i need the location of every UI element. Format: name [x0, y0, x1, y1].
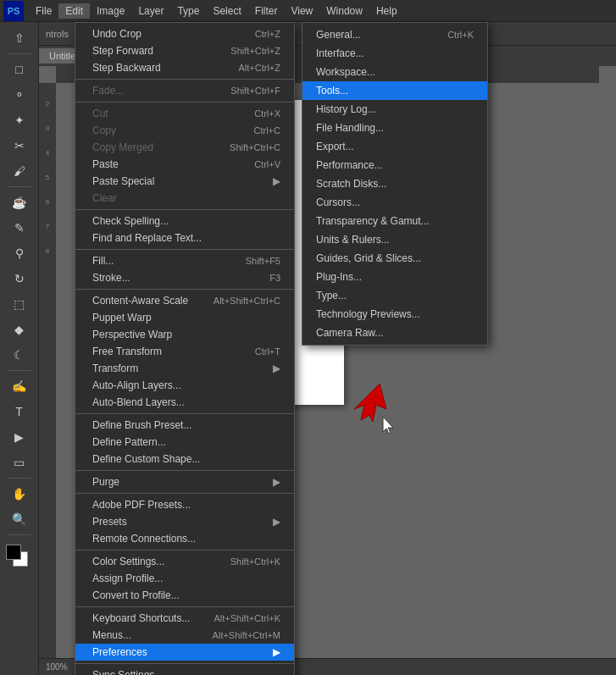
- path-select-tool[interactable]: ▶: [8, 425, 31, 449]
- pref-interface[interactable]: Interface...: [302, 44, 487, 63]
- menu-free-transform[interactable]: Free Transform Ctrl+T: [75, 343, 294, 360]
- marquee-tool[interactable]: □: [8, 58, 31, 81]
- menu-stroke[interactable]: Stroke... F3: [75, 269, 294, 286]
- left-toolbar: ⇧ □ ⚬ ✦ ✂ 🖌 ☕ ✎ ⚲ ↻ ⬚ ◆ ☾ ✍ T ▶ ▭ ✋ 🔍: [0, 22, 39, 675]
- menu-keyboard-shortcuts[interactable]: Keyboard Shortcuts... Alt+Shift+Ctrl+K: [75, 610, 294, 627]
- menu-content-aware-scale[interactable]: Content-Aware Scale Alt+Shift+Ctrl+C: [75, 292, 294, 309]
- crop-tool[interactable]: ✂: [8, 134, 31, 158]
- edit-menu-dropdown: Undo Crop Ctrl+Z Step Forward Shift+Ctrl…: [75, 22, 295, 675]
- dodge-tool[interactable]: ☾: [8, 343, 31, 367]
- tool-sep-5: [8, 534, 31, 535]
- menu-assign-profile[interactable]: Assign Profile...: [75, 570, 294, 587]
- menu-pdf-presets[interactable]: Adobe PDF Presets...: [75, 496, 294, 513]
- menu-edit[interactable]: Edit: [58, 3, 90, 19]
- eraser-tool[interactable]: ⬚: [8, 292, 31, 316]
- menu-step-forward[interactable]: Step Forward Shift+Ctrl+Z: [75, 42, 294, 59]
- menu-paste[interactable]: Paste Ctrl+V: [75, 156, 294, 173]
- menu-auto-blend[interactable]: Auto-Blend Layers...: [75, 394, 294, 411]
- menu-copy[interactable]: Copy Ctrl+C: [75, 122, 294, 139]
- menu-sync-settings[interactable]: Sync Settings: [75, 667, 294, 675]
- clone-stamp-tool[interactable]: ⚲: [8, 241, 31, 265]
- pref-cursors[interactable]: Cursors...: [302, 193, 487, 212]
- menu-define-pattern[interactable]: Define Pattern...: [75, 434, 294, 451]
- preferences-submenu: General... Ctrl+K Interface... Workspace…: [302, 22, 488, 346]
- menu-filter[interactable]: Filter: [248, 3, 285, 19]
- menu-puppet-warp[interactable]: Puppet Warp: [75, 309, 294, 326]
- sep-7: [75, 470, 294, 471]
- sep-6: [75, 413, 294, 414]
- menubar: PS File Edit Image Layer Type Select Fil…: [0, 0, 616, 22]
- tool-sep-1: [8, 53, 31, 54]
- sep-10: [75, 606, 294, 607]
- menu-layer[interactable]: Layer: [131, 3, 170, 19]
- pref-file-handling[interactable]: File Handling...: [302, 119, 487, 137]
- pref-type[interactable]: Type...: [302, 286, 487, 305]
- pref-export[interactable]: Export...: [302, 137, 487, 156]
- options-bar-label: ntrols: [46, 29, 69, 39]
- sep-2: [75, 102, 294, 102]
- foreground-color[interactable]: [6, 545, 21, 560]
- menu-remote-connections[interactable]: Remote Connections...: [75, 530, 294, 547]
- menu-define-custom-shape[interactable]: Define Custom Shape...: [75, 451, 294, 468]
- pref-guides-grid[interactable]: Guides, Grid & Slices...: [302, 249, 487, 268]
- menu-fill[interactable]: Fill... Shift+F5: [75, 252, 294, 269]
- pref-plug-ins[interactable]: Plug-Ins...: [302, 268, 487, 286]
- menu-paste-special[interactable]: Paste Special ▶: [75, 173, 294, 190]
- pref-tools[interactable]: Tools...: [302, 81, 487, 100]
- menu-color-settings[interactable]: Color Settings... Shift+Ctrl+K: [75, 553, 294, 570]
- lasso-tool[interactable]: ⚬: [8, 83, 31, 107]
- gradient-tool[interactable]: ◆: [8, 318, 31, 341]
- menu-menus[interactable]: Menus... Alt+Shift+Ctrl+M: [75, 627, 294, 644]
- menu-define-brush[interactable]: Define Brush Preset...: [75, 417, 294, 434]
- quick-select-tool[interactable]: ✦: [8, 108, 31, 132]
- shape-tool[interactable]: ▭: [8, 451, 31, 474]
- pref-history-log[interactable]: History Log...: [302, 100, 487, 119]
- menu-undo-crop[interactable]: Undo Crop Ctrl+Z: [75, 25, 294, 42]
- menu-fade[interactable]: Fade... Shift+Ctrl+F: [75, 82, 294, 99]
- menu-image[interactable]: Image: [90, 3, 131, 19]
- pref-performance[interactable]: Performance...: [302, 156, 487, 174]
- sep-5: [75, 289, 294, 290]
- pref-scratch-disks[interactable]: Scratch Disks...: [302, 174, 487, 193]
- menu-view[interactable]: View: [284, 3, 319, 19]
- menu-window[interactable]: Window: [319, 3, 369, 19]
- menu-perspective-warp[interactable]: Perspective Warp: [75, 326, 294, 343]
- menu-file[interactable]: File: [29, 3, 58, 19]
- pref-units-rulers[interactable]: Units & Rulers...: [302, 230, 487, 249]
- pen-tool[interactable]: ✍: [8, 374, 31, 398]
- menu-presets[interactable]: Presets ▶: [75, 513, 294, 530]
- type-tool[interactable]: T: [8, 400, 31, 423]
- sep-4: [75, 249, 294, 250]
- menu-select[interactable]: Select: [206, 3, 247, 19]
- spot-healing-tool[interactable]: ☕: [8, 191, 31, 214]
- menu-cut[interactable]: Cut Ctrl+X: [75, 105, 294, 122]
- tool-sep-3: [8, 370, 31, 371]
- menu-auto-align[interactable]: Auto-Align Layers...: [75, 377, 294, 394]
- pref-general[interactable]: General... Ctrl+K: [302, 25, 487, 44]
- history-brush-tool[interactable]: ↻: [8, 267, 31, 290]
- color-picker[interactable]: [4, 543, 35, 573]
- zoom-tool[interactable]: 🔍: [8, 507, 31, 531]
- brush-tool[interactable]: ✎: [8, 216, 31, 240]
- menu-step-backward[interactable]: Step Backward Alt+Ctrl+Z: [75, 59, 294, 76]
- pref-technology-previews[interactable]: Technology Previews...: [302, 305, 487, 324]
- menu-transform[interactable]: Transform ▶: [75, 360, 294, 377]
- menu-copy-merged[interactable]: Copy Merged Shift+Ctrl+C: [75, 139, 294, 156]
- menu-preferences[interactable]: Preferences ▶: [75, 644, 294, 661]
- menu-purge[interactable]: Purge ▶: [75, 473, 294, 490]
- pref-workspace[interactable]: Workspace...: [302, 63, 487, 81]
- pref-transparency-gamut[interactable]: Transparency & Gamut...: [302, 212, 487, 230]
- menu-type[interactable]: Type: [170, 3, 206, 19]
- menu-clear[interactable]: Clear: [75, 190, 294, 207]
- sep-8: [75, 493, 294, 494]
- menu-find-replace[interactable]: Find and Replace Text...: [75, 230, 294, 246]
- menu-convert-profile[interactable]: Convert to Profile...: [75, 587, 294, 604]
- menu-help[interactable]: Help: [369, 3, 404, 19]
- sep-9: [75, 550, 294, 551]
- tool-sep-2: [8, 186, 31, 187]
- pref-camera-raw[interactable]: Camera Raw...: [302, 324, 487, 342]
- move-tool[interactable]: ⇧: [8, 26, 31, 50]
- menu-check-spelling[interactable]: Check Spelling...: [75, 213, 294, 230]
- eyedropper-tool[interactable]: 🖌: [8, 159, 31, 183]
- hand-tool[interactable]: ✋: [8, 482, 31, 506]
